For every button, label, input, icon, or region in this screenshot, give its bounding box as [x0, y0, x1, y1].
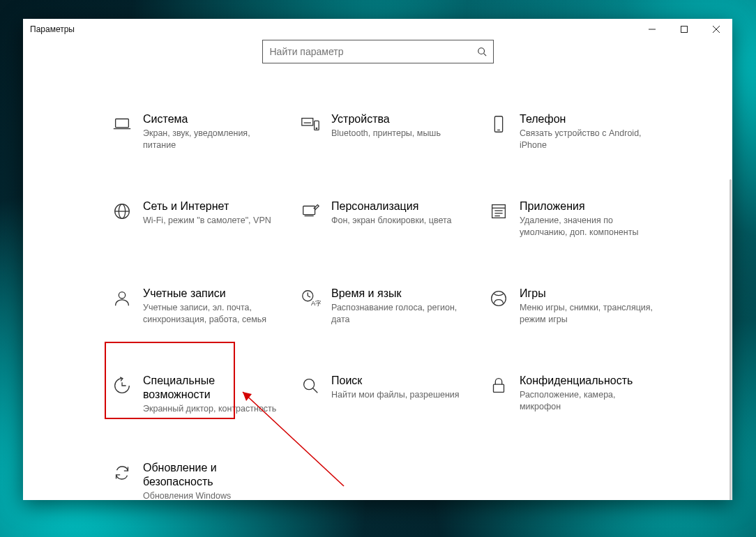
xbox-icon [483, 287, 514, 309]
tile-personalization[interactable]: Персонализация Фон, экран блокировки, цв… [295, 187, 483, 274]
tile-title: Обновление и безопасность [143, 461, 282, 489]
tile-title: Приложения [520, 199, 659, 213]
tile-network[interactable]: Сеть и Интернет Wi-Fi, режим "в самолете… [107, 187, 295, 274]
tile-desc: Обновления Windows [143, 490, 282, 500]
tile-desc: Учетные записи, эл. почта, синхронизация… [143, 302, 282, 326]
tile-accounts[interactable]: Учетные записи Учетные записи, эл. почта… [107, 274, 295, 361]
tile-update-security[interactable]: Обновление и безопасность Обновления Win… [107, 448, 295, 500]
svg-rect-32 [494, 384, 504, 392]
svg-point-10 [316, 128, 317, 129]
svg-point-4 [478, 48, 484, 54]
tile-desc: Связать устройство с Android, iPhone [520, 128, 659, 151]
svg-rect-17 [303, 206, 315, 215]
search-bar[interactable] [262, 40, 494, 63]
paint-icon [295, 199, 326, 222]
tile-title: Поиск [331, 374, 460, 388]
svg-point-24 [119, 292, 125, 298]
window-title: Параметры [30, 24, 75, 34]
tile-desc: Экранный диктор, контрастность [143, 403, 282, 415]
svg-rect-6 [116, 119, 129, 128]
ease-of-access-icon [107, 374, 137, 396]
phone-icon [483, 112, 514, 135]
laptop-icon [107, 112, 137, 135]
tile-title: Учетные записи [143, 287, 282, 301]
svg-line-31 [313, 388, 318, 393]
tile-title: Сеть и Интернет [143, 199, 271, 213]
tile-privacy[interactable]: Конфиденциальность Расположение, камера,… [483, 361, 672, 448]
tile-title: Игры [520, 287, 659, 301]
tile-desc: Меню игры, снимки, трансляция, режим игр… [520, 302, 659, 326]
tile-gaming[interactable]: Игры Меню игры, снимки, трансляция, режи… [483, 274, 672, 361]
tile-desc: Экран, звук, уведомления, питание [143, 128, 282, 151]
window-content: Система Экран, звук, уведомления, питани… [23, 40, 732, 500]
close-icon [713, 26, 720, 33]
tile-desc: Расположение, камера, микрофон [520, 389, 659, 413]
tile-desc: Фон, экран блокировки, цвета [331, 215, 452, 227]
tile-desc: Bluetooth, принтеры, мышь [331, 128, 441, 139]
tile-time-language[interactable]: A字 Время и язык Распознавание голоса, ре… [295, 274, 483, 361]
devices-icon [295, 112, 326, 135]
tile-title: Система [143, 112, 282, 126]
tile-phone[interactable]: Телефон Связать устройство с Android, iP… [483, 100, 672, 187]
svg-rect-1 [681, 27, 688, 33]
lock-icon [483, 374, 514, 396]
minimize-icon [649, 26, 656, 33]
svg-line-5 [483, 54, 486, 56]
tile-search[interactable]: Поиск Найти мои файлы, разрешения [295, 361, 483, 448]
tile-apps[interactable]: Приложения Удаление, значения по умолчан… [483, 187, 672, 274]
time-language-icon: A字 [295, 287, 326, 309]
svg-point-30 [304, 379, 315, 390]
tile-ease-of-access[interactable]: Специальные возможности Экранный диктор,… [107, 361, 295, 448]
tile-desc: Удаление, значения по умолчанию, доп. ко… [520, 215, 659, 239]
settings-grid: Система Экран, звук, уведомления, питани… [107, 100, 704, 500]
search-input[interactable] [263, 46, 471, 57]
svg-line-27 [308, 296, 310, 297]
settings-window: Параметры [23, 19, 732, 500]
magnifier-icon [295, 374, 326, 396]
globe-icon [107, 199, 137, 222]
svg-rect-8 [302, 119, 313, 126]
search-icon [471, 47, 493, 56]
tile-title: Телефон [520, 112, 659, 126]
scrollbar[interactable] [729, 179, 732, 500]
close-button[interactable] [700, 19, 732, 40]
person-icon [107, 287, 137, 309]
sync-icon [107, 461, 137, 483]
tile-title: Время и язык [331, 287, 471, 301]
maximize-icon [681, 26, 688, 33]
apps-icon [483, 199, 514, 222]
svg-point-29 [492, 292, 506, 306]
tile-title: Специальные возможности [143, 374, 282, 402]
tile-title: Устройства [331, 112, 441, 126]
tile-system[interactable]: Система Экран, звук, уведомления, питани… [107, 100, 295, 187]
tile-desc: Распознавание голоса, регион, дата [331, 302, 471, 326]
maximize-button[interactable] [668, 19, 700, 40]
tile-desc: Найти мои файлы, разрешения [331, 389, 460, 401]
window-controls [636, 19, 732, 40]
titlebar[interactable]: Параметры [23, 19, 732, 40]
tile-desc: Wi-Fi, режим "в самолете", VPN [143, 215, 271, 227]
tile-devices[interactable]: Устройства Bluetooth, принтеры, мышь [295, 100, 483, 187]
tile-title: Персонализация [331, 199, 452, 213]
tile-title: Конфиденциальность [520, 374, 659, 388]
svg-text:A字: A字 [311, 300, 321, 307]
minimize-button[interactable] [636, 19, 668, 40]
